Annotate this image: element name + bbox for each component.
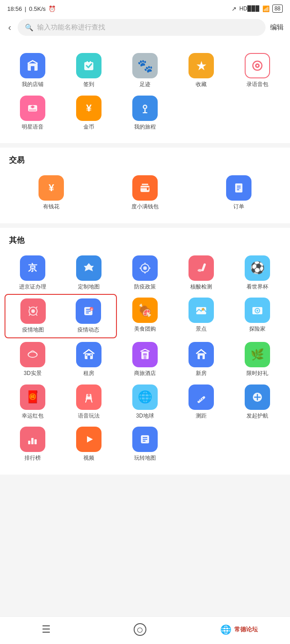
rent-item[interactable]: 租房 bbox=[61, 338, 117, 381]
svg-rect-44 bbox=[144, 356, 146, 359]
my-trip-icon bbox=[132, 96, 158, 121]
3d-view-item[interactable]: 3D实景 bbox=[5, 338, 61, 381]
video-item[interactable]: 视频 bbox=[61, 423, 117, 466]
beijing-pass-icon: 京 bbox=[20, 255, 45, 281]
voice-game-item[interactable]: 语音玩法 bbox=[61, 381, 117, 423]
earth-3d-icon: 🌐 bbox=[132, 384, 158, 410]
gift-item[interactable]: 🌿 限时好礼 bbox=[229, 338, 285, 381]
wallet-icon bbox=[132, 175, 158, 201]
time: 18:56 bbox=[7, 5, 22, 12]
svg-point-11 bbox=[144, 106, 146, 108]
order-item[interactable]: 订单 bbox=[192, 172, 285, 214]
svg-rect-14 bbox=[147, 187, 149, 190]
escort-label: 发起护航 bbox=[246, 413, 268, 420]
other-grid: 京 进京证办理 定制地图 防疫政策 bbox=[0, 252, 290, 294]
svg-rect-46 bbox=[200, 356, 203, 359]
epidemic-map-item[interactable]: 疫情地图 bbox=[5, 295, 61, 337]
order-icon bbox=[226, 175, 251, 201]
search-placeholder: 输入功能名称进行查找 bbox=[37, 23, 105, 32]
order-label: 订单 bbox=[233, 203, 244, 211]
play-map-label: 玩转地图 bbox=[134, 455, 156, 462]
search-icon: 🔍 bbox=[25, 24, 34, 32]
other-section: 其他 京 进京证办理 定制地图 bbox=[0, 228, 290, 475]
earth-3d-item[interactable]: 🌐 3D地球 bbox=[117, 381, 173, 423]
my-trip-label: 我的旅程 bbox=[134, 124, 156, 131]
escort-item[interactable]: 发起护航 bbox=[229, 381, 285, 423]
my-store-label: 我的店铺 bbox=[22, 81, 44, 88]
edit-button[interactable]: 编辑 bbox=[270, 23, 284, 32]
3d-view-label: 3D实景 bbox=[24, 370, 41, 377]
my-store-item[interactable]: 我的店铺 bbox=[5, 49, 61, 92]
svg-point-47 bbox=[87, 394, 90, 397]
food-group-icon: 🍖 bbox=[132, 298, 158, 323]
my-trip-item[interactable]: 我的旅程 bbox=[117, 92, 173, 135]
scenic-item[interactable]: 景点 bbox=[173, 294, 229, 338]
favorite-label: 收藏 bbox=[196, 81, 207, 88]
gold-label: 金币 bbox=[83, 124, 94, 131]
explorer-item[interactable]: 探险家 bbox=[229, 294, 285, 338]
custom-map-item[interactable]: 定制地图 bbox=[61, 252, 117, 294]
favorite-item[interactable]: ★ 收藏 bbox=[173, 49, 229, 92]
epidemic-policy-item[interactable]: 防疫政策 bbox=[117, 252, 173, 294]
ranking-item[interactable]: 排行榜 bbox=[5, 423, 61, 466]
beijing-pass-label: 进京证办理 bbox=[19, 284, 46, 291]
search-box[interactable]: 🔍 输入功能名称进行查找 bbox=[18, 19, 266, 36]
svg-marker-19 bbox=[84, 263, 94, 271]
tools-section: 我的店铺 签到 🐾 足迹 ★ 收藏 bbox=[0, 42, 290, 143]
status-left: 18:56 | 0.5K/s ⏰ bbox=[7, 5, 56, 12]
svg-rect-56 bbox=[31, 438, 34, 444]
gold-item[interactable]: ¥ 金币 bbox=[61, 92, 117, 135]
ranking-label: 排行榜 bbox=[24, 455, 41, 462]
svg-point-21 bbox=[143, 266, 147, 270]
3d-view-icon bbox=[20, 342, 45, 367]
measure-label: 测距 bbox=[196, 413, 207, 420]
footprint-label: 足迹 bbox=[140, 81, 150, 88]
lucky-red-item[interactable]: 🧧 幸运红包 bbox=[5, 381, 61, 423]
separator: | bbox=[25, 5, 26, 12]
voice-pack-label: 录语音包 bbox=[246, 81, 268, 88]
food-group-label: 美食团购 bbox=[134, 326, 156, 333]
svg-rect-55 bbox=[28, 441, 30, 444]
star-voice-icon bbox=[20, 96, 45, 121]
logo-text: 常德论坛 bbox=[234, 625, 258, 634]
hotel-item[interactable]: 商旅酒店 bbox=[117, 338, 173, 381]
svg-rect-4 bbox=[90, 61, 91, 63]
voice-pack-item[interactable]: 录语音包 bbox=[229, 49, 285, 92]
svg-rect-57 bbox=[34, 439, 37, 444]
svg-point-9 bbox=[31, 106, 34, 108]
speed: 0.5K/s bbox=[29, 5, 46, 12]
home-button[interactable]: ○ bbox=[125, 621, 155, 638]
checkin-item[interactable]: 签到 bbox=[61, 49, 117, 92]
svg-rect-48 bbox=[197, 396, 206, 404]
svg-rect-43 bbox=[143, 353, 147, 356]
world-cup-item[interactable]: ⚽ 看世界杯 bbox=[229, 252, 285, 294]
svg-rect-40 bbox=[86, 354, 87, 356]
new-house-item[interactable]: 新房 bbox=[173, 338, 229, 381]
credit-item[interactable]: ¥ 有钱花 bbox=[5, 172, 98, 214]
wallet-item[interactable]: 度小满钱包 bbox=[98, 172, 192, 214]
star-voice-item[interactable]: 明星语音 bbox=[5, 92, 61, 135]
footprint-icon: 🐾 bbox=[132, 53, 158, 78]
gold-icon: ¥ bbox=[76, 96, 102, 121]
scenic-icon bbox=[188, 298, 214, 323]
star-voice-label: 明星语音 bbox=[22, 124, 44, 131]
menu-button[interactable]: ☰ bbox=[33, 622, 60, 637]
svg-rect-39 bbox=[87, 356, 90, 359]
status-right: ↗ HD▉▉▉ 📶 88 bbox=[232, 5, 283, 13]
epidemic-map-icon bbox=[20, 298, 46, 324]
back-button[interactable]: ‹ bbox=[6, 20, 13, 34]
measure-item[interactable]: 测距 bbox=[173, 381, 229, 423]
voice-game-label: 语音玩法 bbox=[78, 413, 100, 420]
voice-game-icon bbox=[76, 384, 102, 410]
nucleic-item[interactable]: 核酸检测 bbox=[173, 252, 229, 294]
epidemic-news-item[interactable]: ⚙ 疫情动态 bbox=[61, 295, 116, 337]
footprint-item[interactable]: 🐾 足迹 bbox=[117, 49, 173, 92]
logo-area: 🌐 常德论坛 bbox=[220, 624, 258, 635]
world-cup-label: 看世界杯 bbox=[246, 284, 268, 291]
measure-icon bbox=[188, 384, 214, 410]
beijing-pass-item[interactable]: 京 进京证办理 bbox=[5, 252, 61, 294]
transaction-grid: ¥ 有钱花 度小满钱包 bbox=[0, 172, 290, 214]
ranking-icon bbox=[20, 427, 45, 452]
play-map-item[interactable]: 玩转地图 bbox=[117, 423, 173, 466]
food-group-item[interactable]: 🍖 美食团购 bbox=[117, 294, 173, 338]
